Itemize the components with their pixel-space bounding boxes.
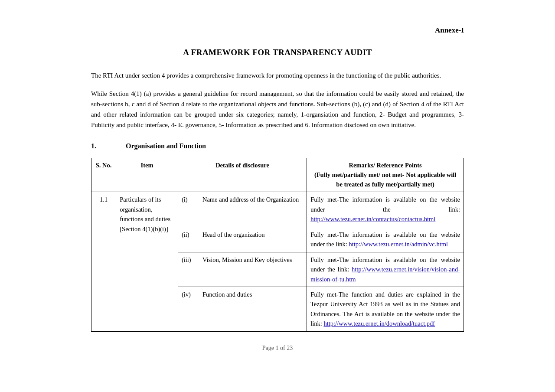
cell-remark: Fully met-The function and duties are ex… — [307, 287, 464, 332]
remark-link[interactable]: http://www.tezu.ernet.in/contactus/conta… — [310, 216, 435, 222]
roman-numeral: (iii) — [182, 255, 197, 265]
cell-remark: Fully met-The information is available o… — [307, 192, 464, 227]
cell-details: (iii)Vision, Mission and Key objectives — [178, 252, 307, 287]
detail-text: Name and address of the Organization — [202, 195, 299, 204]
cell-remark: Fully met-The information is available o… — [307, 227, 464, 252]
cell-sno: 1.1 — [91, 192, 116, 332]
section1-number: 1. — [91, 142, 108, 150]
annexe-header: Annexe-I — [91, 26, 464, 35]
cell-details: (ii)Head of the organization — [178, 227, 307, 252]
disclosure-table: S. No. Item Details of disclosure Remark… — [91, 158, 464, 332]
page-number: Page 1 of 23 — [262, 345, 293, 351]
cell-remark: Fully met-The information is available o… — [307, 252, 464, 287]
remark-text: Fully met-The information is available o… — [310, 196, 460, 212]
roman-numeral: (i) — [182, 195, 197, 204]
table-header-row: S. No. Item Details of disclosure Remark… — [91, 158, 464, 192]
page-container: Annexe-I A FRAMEWORK FOR TRANSPARENCY AU… — [82, 0, 473, 369]
detail-text: Head of the organization — [202, 230, 264, 239]
roman-numeral: (ii) — [182, 230, 197, 239]
roman-numeral: (iv) — [182, 290, 197, 299]
section1-heading: 1. Organisation and Function — [91, 142, 464, 150]
cell-details: (iv)Function and duties — [178, 287, 307, 332]
header-item: Item — [116, 158, 178, 192]
header-details: Details of disclosure — [178, 158, 307, 192]
intro-para-2: While Section 4(1) (a) provides a genera… — [91, 88, 464, 130]
remark-link[interactable]: http://www.tezu.ernet.in/admin/vc.html — [349, 241, 448, 248]
page-title: A FRAMEWORK FOR TRANSPARENCY AUDIT — [91, 48, 464, 57]
table-row: 1.1Particulars of its organisation, func… — [91, 192, 464, 227]
annexe-label: Annexe-I — [435, 26, 464, 34]
detail-text: Function and duties — [202, 290, 252, 299]
section1-title: Organisation and Function — [126, 142, 206, 150]
cell-details: (i)Name and address of the Organization — [178, 192, 307, 227]
remark-link[interactable]: http://www.tezu.ernet.in/download/tuact.… — [323, 320, 435, 327]
intro-para-1: The RTI Act under section 4 provides a c… — [91, 70, 464, 81]
cell-item: Particulars of its organisation, functio… — [116, 192, 178, 332]
detail-text: Vision, Mission and Key objectives — [202, 255, 292, 265]
page-footer: Page 1 of 23 — [91, 345, 464, 352]
header-remarks: Remarks/ Reference Points (Fully met/par… — [307, 158, 464, 192]
header-sno: S. No. — [91, 158, 116, 192]
